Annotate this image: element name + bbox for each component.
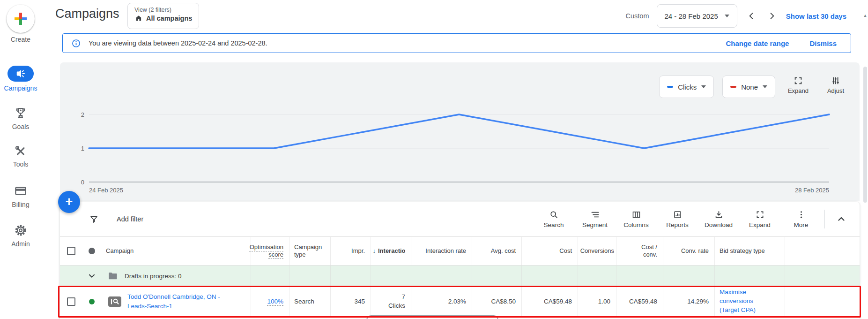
table-download-button[interactable]: Download <box>698 210 739 228</box>
col-conv-rate[interactable]: Conv. rate <box>663 237 715 265</box>
caret-down-icon <box>701 85 706 88</box>
trophy-icon <box>14 106 28 120</box>
chevron-right-icon <box>767 11 777 21</box>
status-filter-dot[interactable] <box>89 248 95 254</box>
metric1-selector[interactable]: Clicks <box>659 76 714 98</box>
collapse-table-button[interactable] <box>828 213 855 225</box>
campaign-name-link[interactable]: Todd O'Donnell Cambridge, ON - Leads-Sea… <box>127 292 241 311</box>
col-impr[interactable]: Impr. <box>331 237 371 265</box>
table-segment-button[interactable]: Segment <box>574 210 616 228</box>
avg-cost-value: CA$8.50 <box>491 298 516 305</box>
col-campaign-type[interactable]: Campaign type <box>289 237 331 265</box>
sidebar-item-create[interactable]: Create <box>0 5 41 43</box>
admin-label: Admin <box>0 240 41 248</box>
col-avg-cost[interactable]: Avg. cost <box>472 237 522 265</box>
interaction-rate-value: 2.03% <box>448 298 466 305</box>
view-value: All campaigns <box>146 15 192 22</box>
row-checkbox[interactable] <box>67 297 75 306</box>
col-optimisation-score[interactable]: Optimisation score <box>251 237 289 265</box>
credit-card-icon <box>14 184 28 198</box>
expand-label: Expand <box>739 221 780 228</box>
folder-icon <box>108 271 118 281</box>
col-cost-per-conv[interactable]: Cost / conv. <box>616 237 663 265</box>
optimisation-score-link[interactable]: 100% <box>267 298 283 305</box>
view-filters-label: View (2 filters) <box>134 7 192 13</box>
select-all-checkbox[interactable] <box>67 247 75 255</box>
x-label-end: 28 Feb 2025 <box>795 187 829 194</box>
conv-rate-value: 14.29% <box>687 298 709 305</box>
campaign-row[interactable]: Todd O'Donnell Cambridge, ON - Leads-Sea… <box>60 286 860 317</box>
page-title: Campaigns <box>55 7 119 21</box>
sidebar-item-goals[interactable]: Goals <box>0 106 41 130</box>
home-icon <box>134 14 143 23</box>
billing-label: Billing <box>0 201 41 208</box>
sidebar-item-billing[interactable]: Billing <box>0 184 41 208</box>
create-button[interactable] <box>7 5 35 33</box>
table-toolbar: Add filter Search Segment <box>60 202 860 236</box>
date-range-cluster: Custom 24 - 28 Feb 2025 Show last 30 day… <box>626 4 846 28</box>
info-icon <box>71 38 81 48</box>
col-cost[interactable]: Cost <box>522 237 578 265</box>
create-label: Create <box>0 36 41 43</box>
drafts-row[interactable]: Drafts in progress: 0 <box>60 266 860 286</box>
tools-icon <box>14 144 27 158</box>
view-selector[interactable]: View (2 filters) All campaigns <box>127 3 199 29</box>
chevron-up-icon <box>836 213 847 225</box>
sidebar-item-admin[interactable]: Admin <box>0 223 41 248</box>
scrollbar-up-arrow[interactable]: ▲ <box>863 13 868 18</box>
table-search-button[interactable]: Search <box>533 210 574 228</box>
sort-desc-icon: ↓ <box>373 247 376 255</box>
add-filter-button[interactable]: Add filter <box>89 214 143 224</box>
bid-strategy-link[interactable]: Maximise conversions (Target CPA) <box>720 288 766 315</box>
enabled-status-dot[interactable] <box>89 299 95 304</box>
metric2-value: None <box>741 83 758 91</box>
add-filter-label: Add filter <box>117 215 143 223</box>
col-interaction-rate[interactable]: Interaction rate <box>411 237 472 265</box>
table-expand-button[interactable]: Expand <box>739 210 780 228</box>
reports-chart-icon <box>673 210 683 220</box>
table-reports-button[interactable]: Reports <box>657 210 698 228</box>
drafts-label: Drafts in progress: 0 <box>125 273 182 280</box>
y-tick-0: 0 <box>81 179 84 186</box>
col-campaign[interactable]: Campaign <box>101 237 251 265</box>
chevron-down-icon[interactable] <box>87 271 97 281</box>
sidebar-item-tools[interactable]: Tools <box>0 144 41 168</box>
more-vertical-icon <box>796 210 806 220</box>
cost-per-conv-value: CA$59.48 <box>629 298 657 305</box>
table-columns-button[interactable]: Columns <box>616 210 657 228</box>
x-label-start: 24 Feb 2025 <box>89 187 123 194</box>
show-last-30-days-link[interactable]: Show last 30 days <box>786 12 846 20</box>
change-date-range-link[interactable]: Change date range <box>726 39 789 47</box>
performance-chart-panel: Clicks None Expand Adjust 2 1 0 <box>60 62 860 201</box>
sliders-icon <box>831 76 841 86</box>
chart-expand-button[interactable]: Expand <box>784 76 813 94</box>
columns-icon <box>631 210 641 220</box>
campaigns-table-card: Add filter Search Segment <box>60 202 860 319</box>
col-bid-strategy-type[interactable]: Bid strategy type <box>715 237 785 265</box>
caret-down-icon <box>763 85 767 88</box>
campaign-name-cell: Todd O'Donnell Cambridge, ON - Leads-Sea… <box>101 286 251 317</box>
add-campaign-fab[interactable]: + <box>58 191 80 213</box>
previous-period-button[interactable] <box>745 9 758 23</box>
custom-range-label: Custom <box>626 12 649 20</box>
chart-adjust-button[interactable]: Adjust <box>821 76 850 94</box>
col-conversions[interactable]: Conversions <box>578 237 616 265</box>
search-label: Search <box>533 221 574 228</box>
col-interactions-sorted[interactable]: ↓ Interactions <box>371 237 411 265</box>
scrollbar-thumb[interactable] <box>863 67 867 203</box>
sidebar-item-campaigns[interactable]: Campaigns <box>0 66 41 92</box>
expand-icon <box>755 210 765 220</box>
expand-icon <box>793 76 803 86</box>
campaigns-label: Campaigns <box>0 84 41 92</box>
toolbar-divider <box>824 210 825 228</box>
metric1-value: Clicks <box>678 83 697 91</box>
reports-label: Reports <box>657 221 698 228</box>
date-range-selector[interactable]: 24 - 28 Feb 2025 <box>657 4 737 28</box>
next-period-button[interactable] <box>765 9 779 23</box>
more-label: More <box>780 221 822 228</box>
dismiss-link[interactable]: Dismiss <box>809 39 837 47</box>
conversions-value: 1.00 <box>598 298 610 305</box>
table-more-button[interactable]: More <box>780 210 822 228</box>
metric2-selector[interactable]: None <box>722 76 775 98</box>
pagination-bar-partial <box>366 315 498 319</box>
